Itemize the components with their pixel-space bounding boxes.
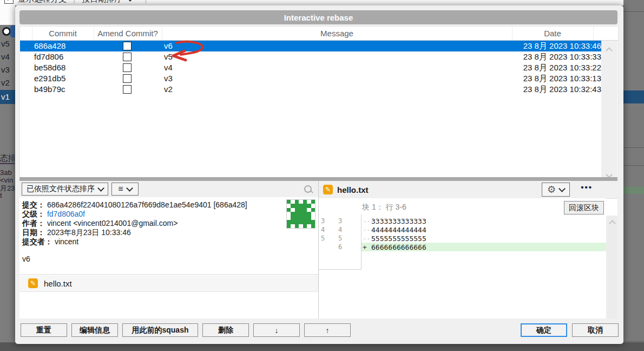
file-sort-dropdown[interactable]: 已依照文件状态排序 (22, 183, 108, 196)
table-header-empty (593, 27, 617, 40)
amend-checkbox[interactable] (123, 53, 132, 61)
avatar (286, 199, 316, 229)
table-row[interactable]: e291db5 v3 23 8月 2023 10:33:13 (20, 73, 601, 84)
commit-message: v2 (164, 84, 173, 95)
author-label: 作者： (22, 219, 45, 227)
chevron-down-icon (126, 185, 133, 192)
new-line-number: 5 (338, 235, 342, 242)
commit-hash: e291db5 (34, 73, 65, 84)
commit-message: v4 (164, 62, 173, 73)
scroll-up-icon[interactable] (609, 220, 616, 227)
edit-message-button[interactable]: 编辑信息 (71, 323, 118, 337)
table-header-commit[interactable]: Commit (32, 27, 94, 40)
detail-toolbar: 已依照文件状态排序 ≡ (19, 181, 318, 198)
background-toolbar: ✓ 显示远程分支 | 按日期排序 | (0, 0, 623, 5)
commit-node-icon (2, 27, 11, 36)
parent-label: 父级： (22, 210, 45, 218)
diff-line-prefix: ··· (363, 226, 371, 234)
diff-line-text: 3333333333333 (371, 217, 426, 225)
commit-subject: v6 (22, 255, 30, 263)
table-header-empty (20, 27, 32, 40)
rebase-commit-table: Commit Amend Commit? Message Date 686a42… (19, 26, 619, 184)
diff-line-prefix: ··· (363, 217, 371, 225)
table-row[interactable]: b49b79c v2 23 8月 2023 10:32:43 (20, 84, 601, 95)
diff-scrollbar[interactable] (606, 216, 617, 336)
table-row[interactable]: 686a428 v6 23 8月 2023 10:33:46 (20, 41, 601, 51)
commit-label: 提交： (22, 200, 45, 209)
show-remote-checkbox[interactable]: ✓ (4, 0, 14, 4)
gear-icon: ⚙ (547, 185, 556, 194)
toolbar-divider: | (144, 0, 147, 4)
branch-label-v2: v2 (1, 78, 15, 88)
diff-line-prefix: + (363, 243, 371, 251)
revert-hunk-button[interactable]: 回滚区块 (564, 201, 604, 214)
table-header-row: Commit Amend Commit? Message Date (20, 27, 618, 41)
table-header-message[interactable]: Message (162, 27, 512, 40)
commit-date: 23 8月 2023 10:32:43 (511, 84, 601, 95)
show-remote-label: 显示远程分支 (18, 0, 67, 4)
diff-file-name: hello.txt (337, 185, 369, 194)
diff-header: ✎ hello.txt ⚙ ••• (319, 181, 617, 199)
background-graph-area (0, 5, 15, 25)
hunk-header: 块 1： 行 3-6 回滚区块 (319, 199, 606, 214)
table-row[interactable]: be58d68 v4 23 8月 2023 10:33:22 (20, 62, 601, 73)
background-green-row (623, 187, 644, 194)
background-cut-text: 3ab (0, 168, 15, 177)
scroll-up-icon[interactable] (606, 47, 613, 54)
horizontal-splitter[interactable] (19, 177, 617, 181)
sort-by-date-dropdown[interactable]: 按日期排序 (82, 0, 122, 4)
commit-hash: 686a428 (34, 41, 65, 51)
search-icon[interactable] (304, 185, 312, 193)
file-sort-dropdown-value: 已依照文件状态排序 (27, 184, 95, 194)
background-selected-row (623, 90, 644, 103)
view-mode-dropdown[interactable]: ≡ (111, 183, 139, 196)
diff-line-added: + 6666666666666 (362, 243, 606, 251)
move-down-button[interactable]: ↓ (253, 323, 300, 337)
author-value: vincent <vincent0214001@gmail.com> (47, 219, 178, 227)
commit-date: 23 8月 2023 10:33:46 (511, 41, 601, 51)
table-header-amend[interactable]: Amend Commit? (94, 27, 162, 40)
table-scrollbar[interactable] (601, 41, 617, 182)
diff-line-text: 4444444444444 (371, 226, 426, 234)
parent-sha-link[interactable]: fd7d806a0f (47, 210, 85, 218)
chevron-down-icon (97, 185, 104, 192)
commit-message: v6 (164, 41, 173, 51)
hunk-range-label: 块 1： 行 3-6 (362, 203, 406, 212)
delete-button[interactable]: 删除 (202, 323, 249, 337)
reset-button[interactable]: 重置 (21, 323, 67, 337)
ok-button[interactable]: 确定 (521, 323, 567, 337)
diff-settings-dropdown[interactable]: ⚙ (542, 183, 570, 197)
more-options-button[interactable]: ••• (581, 183, 593, 192)
amend-checkbox[interactable] (123, 42, 132, 50)
diff-panel: ✎ hello.txt ⚙ ••• 块 1： 行 3-6 回滚区块 3 (319, 181, 617, 318)
new-line-number: 4 (338, 226, 342, 233)
table-row[interactable]: fd7d806 v5 23 8月 2023 10:33:33 (20, 51, 601, 62)
committer-value: vincent (55, 237, 78, 246)
divider (19, 274, 318, 275)
move-up-button[interactable]: ↑ (304, 323, 351, 337)
commit-hash: b49b79c (34, 84, 65, 95)
changed-file-row[interactable]: ✎ hello.txt (19, 275, 318, 292)
committer-label: 提交者： (22, 237, 52, 246)
commit-hash: be58d68 (34, 62, 65, 73)
table-header-date[interactable]: Date (512, 27, 594, 40)
squash-into-previous-button[interactable]: 用此前的squash (122, 323, 198, 337)
modified-file-icon: ✎ (28, 278, 38, 288)
commit-detail-text: 提交： 686a4286f224041080126a7f669d8e1ae54e… (19, 197, 318, 274)
commit-message: v5 (164, 51, 173, 62)
background-right-strip (623, 0, 644, 351)
diff-line-text: 5555555555555 (371, 235, 426, 243)
amend-checkbox[interactable] (123, 85, 132, 94)
interactive-rebase-dialog: Interactive rebase Commit Amend Commit? … (15, 5, 623, 344)
date-label: 日期： (22, 228, 45, 237)
amend-checkbox[interactable] (123, 74, 132, 83)
dialog-titlebar[interactable]: Interactive rebase (19, 10, 617, 24)
background-cut-text: <vin (0, 176, 15, 184)
background-divider (0, 163, 15, 164)
commit-date: 23 8月 2023 10:33:13 (511, 73, 601, 84)
cancel-button[interactable]: 取消 (572, 323, 619, 337)
arrow-down-icon: ↓ (275, 326, 279, 335)
dialog-footer: 重置 编辑信息 用此前的squash 删除 ↓ ↑ 确定 取消 (19, 318, 617, 342)
amend-checkbox[interactable] (123, 63, 132, 72)
old-line-number: 5 (321, 235, 325, 242)
